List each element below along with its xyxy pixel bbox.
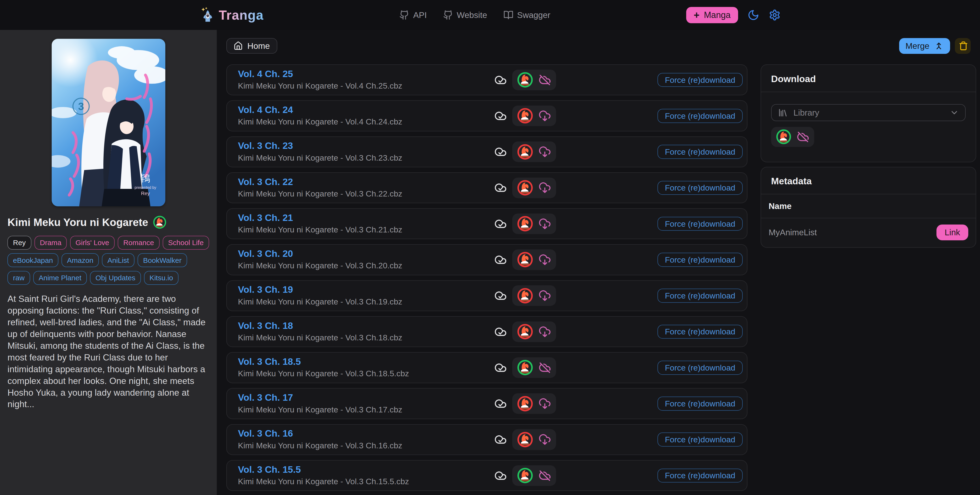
chapter-card: Vol. 3 Ch. 20 Kimi Meku Yoru ni Kogarete… xyxy=(226,244,748,275)
force-redownload-button[interactable]: Force (re)download xyxy=(657,181,743,195)
cover-author: Rey xyxy=(141,191,150,196)
library-select-placeholder: Library xyxy=(793,108,819,118)
tag-chip[interactable]: Kitsu.io xyxy=(144,271,178,285)
cloud-check-icon xyxy=(494,145,507,158)
tag-chip[interactable]: eBookJapan xyxy=(7,253,58,267)
force-redownload-button[interactable]: Force (re)download xyxy=(657,109,743,123)
chapter-title-link[interactable]: Vol. 3 Ch. 17 xyxy=(238,392,293,403)
tag-chip[interactable]: raw xyxy=(7,271,30,285)
chapter-title-link[interactable]: Vol. 3 Ch. 21 xyxy=(238,213,293,223)
shark-logo-icon xyxy=(199,6,216,24)
navbar: Tranga API Website Swagger + xyxy=(0,0,980,30)
cover-credit: presented by xyxy=(134,186,156,189)
force-redownload-button[interactable]: Force (re)download xyxy=(657,361,743,375)
cloud-check-icon xyxy=(494,397,507,410)
source-status-group xyxy=(512,213,556,234)
chapter-title-link[interactable]: Vol. 4 Ch. 24 xyxy=(238,105,293,115)
source-status-group xyxy=(512,250,556,270)
force-redownload-button[interactable]: Force (re)download xyxy=(657,289,743,303)
chapter-title-link[interactable]: Vol. 3 Ch. 16 xyxy=(238,428,293,439)
tag-chip: Rey xyxy=(7,236,31,250)
settings-button[interactable] xyxy=(769,9,781,21)
chapter-filename: Kimi Meku Yoru ni Kogarete - Vol.3 Ch.23… xyxy=(238,153,402,162)
chapter-title-link[interactable]: Vol. 4 Ch. 25 xyxy=(238,69,293,79)
nav-link-website[interactable]: Website xyxy=(443,10,487,20)
download-panel: Download Library xyxy=(760,64,976,162)
force-redownload-button[interactable]: Force (re)download xyxy=(657,73,743,87)
chapter-title-link[interactable]: Vol. 3 Ch. 15.5 xyxy=(238,464,301,475)
tag-chip[interactable]: BookWalker xyxy=(138,253,187,267)
mangadex-icon xyxy=(517,468,533,483)
cover-kanji: 鴇 xyxy=(141,173,150,183)
chapter-title-link[interactable]: Vol. 3 Ch. 18 xyxy=(238,320,293,331)
cloud-check-icon xyxy=(494,361,507,374)
source-status-group xyxy=(512,105,556,126)
source-status-group xyxy=(512,393,556,414)
gear-icon xyxy=(769,9,781,21)
chapter-title-link[interactable]: Vol. 3 Ch. 23 xyxy=(238,140,293,151)
theme-toggle-button[interactable] xyxy=(748,9,759,21)
tag-chip[interactable]: AniList xyxy=(102,253,134,267)
add-manga-button[interactable]: + Manga xyxy=(686,7,738,23)
cloud-check-icon xyxy=(494,218,507,230)
download-source-status xyxy=(771,127,814,147)
home-button[interactable]: Home xyxy=(226,38,277,54)
force-redownload-button[interactable]: Force (re)download xyxy=(657,396,743,411)
library-icon xyxy=(778,108,788,118)
plus-icon: + xyxy=(694,10,699,20)
force-redownload-button[interactable]: Force (re)download xyxy=(657,216,743,231)
mangadex-icon xyxy=(517,180,533,196)
force-redownload-button[interactable]: Force (re)download xyxy=(657,433,743,447)
mangadex-icon xyxy=(517,72,533,88)
merge-button[interactable]: Merge xyxy=(899,38,950,54)
force-redownload-button[interactable]: Force (re)download xyxy=(657,253,743,267)
cloud-download-icon xyxy=(539,433,551,446)
app-logo[interactable]: Tranga xyxy=(199,6,264,24)
moon-icon xyxy=(748,9,759,21)
chevron-down-icon xyxy=(950,108,959,117)
cloud-download-icon xyxy=(539,110,551,122)
add-manga-label: Manga xyxy=(704,10,731,20)
force-redownload-button[interactable]: Force (re)download xyxy=(657,145,743,159)
link-button[interactable]: Link xyxy=(937,224,968,240)
force-redownload-button[interactable]: Force (re)download xyxy=(657,468,743,482)
tag-chip: Girls' Love xyxy=(70,236,115,250)
chapter-card: Vol. 3 Ch. 21 Kimi Meku Yoru ni Kogarete… xyxy=(226,208,748,239)
tag-chip: Drama xyxy=(35,236,67,250)
download-heading: Download xyxy=(761,65,976,92)
manga-cover-image: 3 鴇 presented by Rey xyxy=(52,39,165,206)
cloud-download-icon xyxy=(539,253,551,266)
chapter-card: Vol. 3 Ch. 18 Kimi Meku Yoru ni Kogarete… xyxy=(226,316,748,347)
app-title: Tranga xyxy=(219,8,264,23)
cloud-off-icon xyxy=(539,74,551,86)
chapter-card: Vol. 3 Ch. 23 Kimi Meku Yoru ni Kogarete… xyxy=(226,137,748,167)
chapter-card: Vol. 4 Ch. 25 Kimi Meku Yoru ni Kogarete… xyxy=(226,64,748,95)
tag-chip[interactable]: Obj Updates xyxy=(90,271,141,285)
chapter-title-link[interactable]: Vol. 3 Ch. 18.5 xyxy=(238,357,301,367)
cloud-download-icon xyxy=(539,181,551,194)
source-status-group xyxy=(512,285,556,306)
library-select[interactable]: Library xyxy=(771,104,966,121)
tag-chip[interactable]: Anime Planet xyxy=(33,271,87,285)
chapter-title-link[interactable]: Vol. 3 Ch. 19 xyxy=(238,284,293,295)
cloud-download-icon xyxy=(539,145,551,158)
nav-link-label: Swagger xyxy=(517,10,550,20)
cloud-check-icon xyxy=(494,253,507,266)
mangadex-icon xyxy=(517,396,533,411)
chapter-title-link[interactable]: Vol. 3 Ch. 20 xyxy=(238,248,293,259)
cloud-check-icon xyxy=(494,433,507,446)
force-redownload-button[interactable]: Force (re)download xyxy=(657,325,743,339)
nav-link-swagger[interactable]: Swagger xyxy=(503,10,550,20)
chapter-filename: Kimi Meku Yoru ni Kogarete - Vol.3 Ch.15… xyxy=(238,477,409,486)
delete-manga-button[interactable] xyxy=(955,38,970,54)
chapter-title-link[interactable]: Vol. 3 Ch. 22 xyxy=(238,177,293,187)
cloud-check-icon xyxy=(494,290,507,302)
chapter-card: Vol. 4 Ch. 24 Kimi Meku Yoru ni Kogarete… xyxy=(226,100,748,131)
chapter-filename: Kimi Meku Yoru ni Kogarete - Vol.4 Ch.24… xyxy=(238,117,402,126)
source-status-group xyxy=(512,70,556,90)
mangadex-icon xyxy=(517,324,533,339)
cloud-download-icon xyxy=(539,290,551,302)
nav-link-api[interactable]: API xyxy=(399,10,426,20)
tag-chip[interactable]: Amazon xyxy=(62,253,99,267)
cloud-download-icon xyxy=(539,325,551,338)
